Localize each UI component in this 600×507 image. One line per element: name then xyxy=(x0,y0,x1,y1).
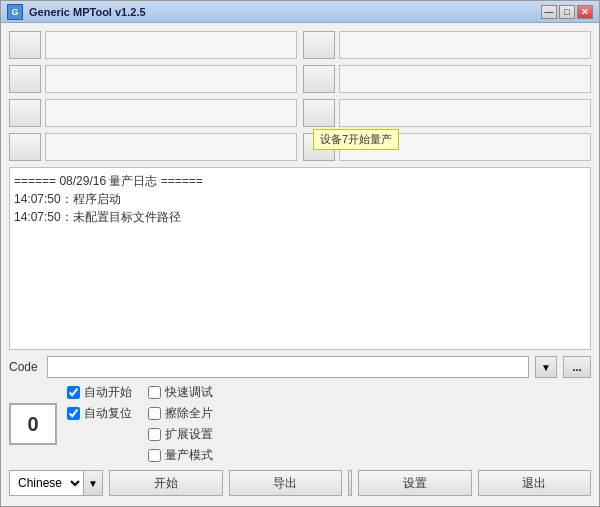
device-field-5 xyxy=(339,31,591,59)
checkbox-mass-mode[interactable]: 量产模式 xyxy=(148,447,213,464)
content-area: 设备7开始量产 ====== 08/29/16 量产日志 ====== 14:0… xyxy=(1,23,599,506)
checkbox-fast-debug-label: 快速调试 xyxy=(165,384,213,401)
exit-button[interactable]: 退出 xyxy=(478,470,592,496)
device-row-6 xyxy=(303,65,591,93)
start-button[interactable]: 开始 xyxy=(109,470,223,496)
code-input[interactable] xyxy=(47,356,529,378)
minimize-button[interactable]: — xyxy=(541,5,557,19)
export-button[interactable]: 导出 xyxy=(229,470,343,496)
device-btn-4[interactable] xyxy=(9,133,41,161)
window-controls: — □ ✕ xyxy=(541,5,593,19)
device-btn-6[interactable] xyxy=(303,65,335,93)
device-row-3 xyxy=(9,99,297,127)
controls-area: 0 自动开始 快速调试 自动复位 擦除全片 xyxy=(9,384,591,464)
device-btn-1[interactable] xyxy=(9,31,41,59)
device-column-right: 设备7开始量产 xyxy=(303,31,591,161)
counter-display: 0 xyxy=(9,403,57,445)
device-field-3 xyxy=(45,99,297,127)
bottom-bar: Chinese English ▼ 开始 导出 设置 退出 xyxy=(9,470,591,498)
device-btn-3[interactable] xyxy=(9,99,41,127)
checkbox-expand-settings-input[interactable] xyxy=(148,428,161,441)
maximize-button[interactable]: □ xyxy=(559,5,575,19)
log-line-2: 14:07:50：程序启动 xyxy=(14,190,586,208)
close-button[interactable]: ✕ xyxy=(577,5,593,19)
checkbox-auto-reset-input[interactable] xyxy=(67,407,80,420)
device-field-6 xyxy=(339,65,591,93)
device-row-7: 设备7开始量产 xyxy=(303,99,591,127)
device-field-7 xyxy=(339,99,591,127)
device-btn-7[interactable] xyxy=(303,99,335,127)
export-separator[interactable] xyxy=(348,470,352,496)
device-row-4 xyxy=(9,133,297,161)
app-icon: G xyxy=(7,4,23,20)
title-bar: G Generic MPTool v1.2.5 — □ ✕ xyxy=(1,1,599,23)
checkbox-erase-all-input[interactable] xyxy=(148,407,161,420)
device-row-5 xyxy=(303,31,591,59)
code-row: Code ▼ ... xyxy=(9,356,591,378)
device-btn-8[interactable] xyxy=(303,133,335,161)
log-line-3: 14:07:50：未配置目标文件路径 xyxy=(14,208,586,226)
checkbox-erase-all-label: 擦除全片 xyxy=(165,405,213,422)
checkbox-auto-start-label: 自动开始 xyxy=(84,384,132,401)
checkbox-expand-settings-label: 扩展设置 xyxy=(165,426,213,443)
device-field-4 xyxy=(45,133,297,161)
checkbox-expand-settings[interactable]: 扩展设置 xyxy=(148,426,213,443)
main-window: G Generic MPTool v1.2.5 — □ ✕ xyxy=(0,0,600,507)
code-dropdown-button[interactable]: ▼ xyxy=(535,356,557,378)
checkbox-auto-reset-label: 自动复位 xyxy=(84,405,132,422)
language-dropdown-icon[interactable]: ▼ xyxy=(83,470,103,496)
checkbox-erase-all[interactable]: 擦除全片 xyxy=(148,405,213,422)
device-row-1 xyxy=(9,31,297,59)
checkbox-auto-start-input[interactable] xyxy=(67,386,80,399)
checkbox-fast-debug[interactable]: 快速调试 xyxy=(148,384,213,401)
device-field-2 xyxy=(45,65,297,93)
device-grid: 设备7开始量产 xyxy=(9,31,591,161)
settings-button[interactable]: 设置 xyxy=(358,470,472,496)
checkbox-auto-reset[interactable]: 自动复位 xyxy=(67,405,132,422)
checkboxes-group: 自动开始 快速调试 自动复位 擦除全片 扩展设置 xyxy=(67,384,213,464)
device-row-8 xyxy=(303,133,591,161)
device-field-1 xyxy=(45,31,297,59)
device-btn-2[interactable] xyxy=(9,65,41,93)
device-btn-5[interactable] xyxy=(303,31,335,59)
checkbox-fast-debug-input[interactable] xyxy=(148,386,161,399)
log-area: ====== 08/29/16 量产日志 ====== 14:07:50：程序启… xyxy=(9,167,591,350)
language-selector: Chinese English ▼ xyxy=(9,470,103,496)
window-title: Generic MPTool v1.2.5 xyxy=(29,6,541,18)
device-field-8 xyxy=(339,133,591,161)
checkbox-mass-mode-label: 量产模式 xyxy=(165,447,213,464)
device-row-2 xyxy=(9,65,297,93)
log-line-1: ====== 08/29/16 量产日志 ====== xyxy=(14,172,586,190)
code-browse-button[interactable]: ... xyxy=(563,356,591,378)
checkbox-auto-start[interactable]: 自动开始 xyxy=(67,384,132,401)
code-label: Code xyxy=(9,360,41,374)
language-select[interactable]: Chinese English xyxy=(9,470,83,496)
checkbox-mass-mode-input[interactable] xyxy=(148,449,161,462)
device-column-left xyxy=(9,31,297,161)
